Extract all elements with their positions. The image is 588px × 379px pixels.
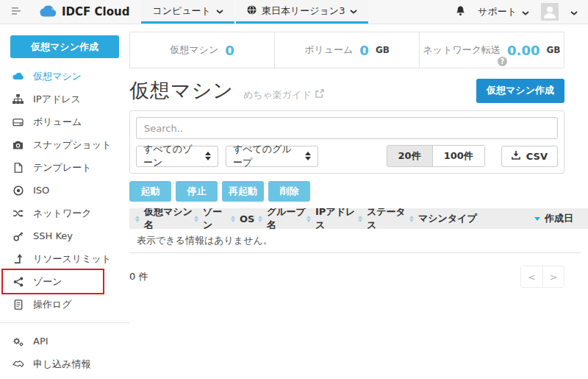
support-menu-dropdown[interactable]: サポート <box>478 5 529 18</box>
sidebar-item-label: ゾーン <box>33 275 62 288</box>
sort-icon <box>409 216 414 222</box>
stat-unit: GB <box>376 45 390 55</box>
stat-virtual-machines: 仮想マシン 0 <box>130 32 274 68</box>
sidebar-item-label: スナップショット <box>33 138 111 152</box>
sidebar-item-snapshots[interactable]: スナップショット <box>0 133 129 156</box>
sort-icon <box>194 216 198 222</box>
key-icon <box>12 231 24 241</box>
column-header-vm-name[interactable]: 仮想マシン名 <box>135 208 194 232</box>
group-filter-value: すべてのグループ <box>233 143 295 169</box>
menu-toggle-button[interactable] <box>0 0 32 24</box>
vm-action-buttons: 起動 停止 再起動 削除 <box>129 181 588 202</box>
group-filter-select[interactable]: すべてのグループ <box>226 146 318 167</box>
avatar[interactable] <box>541 3 559 21</box>
column-header-status[interactable]: ステータス <box>358 208 409 232</box>
csv-export-button[interactable]: CSV <box>501 146 558 167</box>
sidebar-item-templates[interactable]: テンプレート <box>0 156 129 179</box>
delete-button[interactable]: 削除 <box>268 181 310 202</box>
next-page-button[interactable]: > <box>542 266 564 287</box>
shuffle-icon <box>12 209 24 218</box>
stat-value: 0 <box>359 43 369 58</box>
download-icon <box>512 150 520 162</box>
start-button[interactable]: 起動 <box>129 181 171 202</box>
disc-icon <box>12 185 24 196</box>
sort-icon <box>231 216 235 222</box>
column-label: 作成日 <box>545 212 573 225</box>
stat-network-transfer: ネットワーク転送 0.00 GB ? <box>419 32 564 68</box>
column-header-machine-type[interactable]: マシンタイプ <box>409 212 534 225</box>
vm-table: 仮想マシン名 ゾーン OS グループ名 IPアドレス ステータス <box>129 208 588 253</box>
sort-desc-icon <box>534 217 540 221</box>
service-menu-label: コンピュート <box>152 4 211 18</box>
zone-filter-select[interactable]: すべてのゾーン <box>136 146 218 167</box>
file-icon <box>12 163 24 173</box>
zone-filter-value: すべてのゾーン <box>143 143 195 169</box>
sidebar-item-operation-log[interactable]: 操作ログ <box>0 293 129 316</box>
logo-text: IDCF Cloud <box>62 5 129 18</box>
restart-button[interactable]: 再起動 <box>222 181 264 202</box>
page-size-100-button[interactable]: 100件 <box>432 146 484 166</box>
sidebar-item-ip-addresses[interactable]: IPアドレス <box>0 88 129 110</box>
sidebar-item-api[interactable]: API <box>0 330 129 353</box>
sidebar-item-label: SSH Key <box>33 230 73 241</box>
select-arrows-icon <box>295 152 311 160</box>
sidebar-create-vm-button[interactable]: 仮想マシン作成 <box>10 35 119 58</box>
sort-icon <box>306 216 311 222</box>
sidebar-item-virtual-machines[interactable]: 仮想マシン <box>0 65 129 88</box>
csv-button-label: CSV <box>526 151 548 162</box>
account-menu-dropdown[interactable] <box>570 7 578 18</box>
filter-row: すべてのゾーン すべてのグループ 20件 100件 CSV <box>136 145 558 167</box>
hamburger-icon <box>10 7 22 18</box>
chevron-down-icon <box>216 5 223 16</box>
column-label: マシンタイプ <box>418 212 477 225</box>
hdd-icon <box>12 118 24 127</box>
column-label: ステータス <box>367 208 409 232</box>
region-menu-dropdown[interactable]: 東日本リージョン3 <box>236 0 369 24</box>
sidebar-item-label: リソースリミット <box>33 252 111 266</box>
sort-icon <box>358 216 362 222</box>
sidebar-item-label: ボリューム <box>33 116 82 129</box>
sidebar-item-iso[interactable]: ISO <box>0 179 129 202</box>
region-menu-label: 東日本リージョン3 <box>262 4 345 18</box>
result-count: 0 件 <box>129 270 148 283</box>
column-header-created-date[interactable]: 作成日 <box>534 212 588 225</box>
topbar: IDCF Cloud コンピュート 東日本リージョン3 サポート <box>0 0 588 24</box>
page-size-20-button[interactable]: 20件 <box>387 146 432 166</box>
sidebar-divider <box>0 322 129 323</box>
sidebar-item-label: 操作ログ <box>33 298 72 311</box>
column-header-group-name[interactable]: グループ名 <box>258 208 306 232</box>
sidebar-item-network[interactable]: ネットワーク <box>0 202 129 224</box>
sidebar-item-label: 仮想マシン <box>33 70 82 83</box>
sidebar-item-contract-info[interactable]: 申し込み情報 <box>0 353 129 375</box>
share-icon <box>12 277 24 287</box>
column-label: IPアドレス <box>315 208 358 232</box>
prev-page-button[interactable]: < <box>521 266 542 287</box>
stop-button[interactable]: 停止 <box>176 181 218 202</box>
sidebar-item-resource-limit[interactable]: リソースリミット <box>0 247 129 270</box>
notifications-button[interactable] <box>455 5 466 18</box>
sidebar-item-label: テンプレート <box>33 161 92 174</box>
create-vm-button[interactable]: 仮想マシン作成 <box>476 79 564 103</box>
stat-label: 仮想マシン <box>170 43 218 57</box>
support-label: サポート <box>478 5 517 18</box>
sidebar-item-volumes[interactable]: ボリューム <box>0 110 129 133</box>
sidebar-item-ssh-key[interactable]: SSH Key <box>0 224 129 247</box>
cloud-icon <box>12 72 24 80</box>
search-input[interactable] <box>136 117 558 139</box>
guide-link[interactable]: めちゃ楽ガイド <box>243 88 324 102</box>
app-logo[interactable]: IDCF Cloud <box>32 0 141 24</box>
service-menu-dropdown[interactable]: コンピュート <box>141 0 234 24</box>
sidebar-item-label: 申し込み情報 <box>33 358 91 371</box>
column-header-ip-address[interactable]: IPアドレス <box>306 208 358 232</box>
sidebar-item-zones[interactable]: ゾーン <box>0 270 129 293</box>
sidebar-item-label: IPアドレス <box>33 93 81 106</box>
chevron-down-icon <box>350 5 357 16</box>
stat-label: ボリューム <box>304 43 353 57</box>
help-icon[interactable]: ? <box>498 57 507 66</box>
topbar-right: サポート <box>455 0 588 24</box>
column-header-zone[interactable]: ゾーン <box>194 208 231 232</box>
column-header-os[interactable]: OS <box>231 213 258 224</box>
empty-table-message: 表示できる情報はありません。 <box>129 229 581 253</box>
sort-icon <box>135 216 140 222</box>
column-label: グループ名 <box>267 208 306 232</box>
